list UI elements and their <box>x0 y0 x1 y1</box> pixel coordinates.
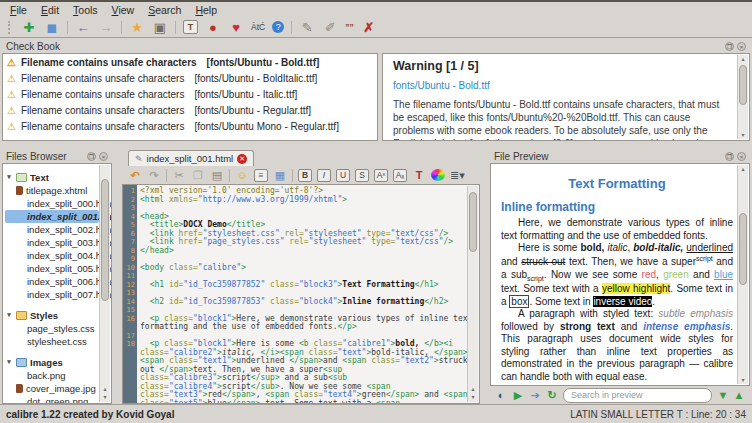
file-item[interactable]: index_split_004.html <box>5 249 99 262</box>
float-panel-icon[interactable]: ❐ <box>725 42 734 51</box>
italic-icon[interactable]: I <box>317 169 331 182</box>
remove-unused-files-icon[interactable]: ✗ <box>361 20 377 35</box>
check-item[interactable]: ⚠Filename contains unsafe characters[fon… <box>3 54 377 70</box>
code-line[interactable]: 3 <box>123 204 479 213</box>
check-item[interactable]: ⚠Filename contains unsafe characters[fon… <box>3 118 377 134</box>
color-wheel-icon[interactable] <box>431 169 445 181</box>
code-line[interactable]: 16 <p class="block1">Here, we demonstrat… <box>123 315 479 332</box>
file-item[interactable]: index_split_000.html <box>5 197 99 210</box>
preview-scrollbar[interactable]: ▴ ▾ <box>737 165 748 384</box>
file-item[interactable]: index_split_005.html <box>5 262 99 275</box>
file-item[interactable]: back.png <box>5 369 99 382</box>
help-icon[interactable]: ? <box>272 21 284 33</box>
bug-icon[interactable]: ● <box>205 20 221 35</box>
superscript-icon[interactable]: Aˣ <box>374 169 388 182</box>
back-icon[interactable]: ← <box>75 20 91 35</box>
beautify-icon[interactable]: ✎ <box>299 20 315 35</box>
save-icon[interactable]: ◼ <box>44 20 60 35</box>
splitter-vertical[interactable] <box>115 150 119 404</box>
find-previous-icon[interactable]: ▲ <box>732 389 746 402</box>
warning-file-link[interactable]: fonts/Ubuntu - Bold.ttf <box>393 80 733 91</box>
warning-scrollbar[interactable]: ▴ ▾ <box>737 55 748 139</box>
smiley-icon[interactable]: ☺ <box>235 169 249 182</box>
files-scrollbar[interactable]: ▴ ▾ <box>99 165 110 402</box>
styles-menu-icon[interactable]: ≣▾ <box>450 169 464 182</box>
close-panel-icon[interactable]: × <box>737 42 746 51</box>
toolbar-grip[interactable] <box>8 21 12 34</box>
text-color-icon[interactable]: T <box>412 169 426 182</box>
code-line[interactable]: 8</head> <box>123 247 479 256</box>
paste-icon[interactable]: ▤ <box>210 169 224 182</box>
collapse-arrow-icon[interactable]: ▾ <box>5 173 13 181</box>
float-panel-icon[interactable]: ❐ <box>87 152 96 161</box>
file-item[interactable]: index_split_002.html <box>5 223 99 236</box>
run-icon[interactable]: ▶ <box>511 389 525 402</box>
copy-icon[interactable]: ❐ <box>191 169 205 182</box>
scroll-down-icon[interactable]: ▾ <box>738 376 748 384</box>
menu-help[interactable]: Help <box>188 3 224 17</box>
file-item[interactable]: index_split_006.html <box>5 275 99 288</box>
tab-close-icon[interactable]: ✕ <box>237 154 247 164</box>
scroll-up-icon[interactable]: ▴ <box>100 385 110 393</box>
undo-icon[interactable]: ↶ <box>128 169 142 182</box>
file-item[interactable]: index_split_007.html <box>5 288 99 301</box>
scroll-down-icon[interactable]: ▾ <box>468 393 478 401</box>
menu-file[interactable]: File <box>3 3 34 17</box>
underline-icon[interactable]: U <box>336 169 350 182</box>
subscript-icon[interactable]: Aₓ <box>393 169 407 182</box>
menu-tools[interactable]: Tools <box>66 3 105 17</box>
menu-search[interactable]: Search <box>141 3 188 17</box>
find-next-icon[interactable]: ▼ <box>716 389 730 402</box>
tree-section-text[interactable]: ▾Text <box>5 170 99 184</box>
file-item[interactable]: index_split_003.html <box>5 236 99 249</box>
wand-icon[interactable]: ★ <box>129 20 145 35</box>
check-item[interactable]: ⚠Filename contains unsafe characters[fon… <box>3 70 377 86</box>
code-line[interactable]: 18 <p class="block1">Here is some <b cla… <box>123 340 479 403</box>
forward-icon[interactable]: → <box>98 20 114 35</box>
tree-section-styles[interactable]: ▾Styles <box>5 308 99 322</box>
tree-section-images[interactable]: ▾Images <box>5 355 99 369</box>
check-item[interactable]: ⚠Filename contains unsafe characters[fon… <box>3 102 377 118</box>
bold-icon[interactable]: B <box>298 169 312 182</box>
code-line[interactable]: 2<html xmlns="http://www.w3.org/1999/xht… <box>123 196 479 205</box>
scroll-up-icon[interactable]: ▴ <box>738 165 748 173</box>
refresh-icon[interactable]: ↻ <box>545 389 559 402</box>
splitter-horizontal[interactable] <box>0 141 752 150</box>
new-file-icon[interactable]: ✚ <box>21 20 37 35</box>
special-characters-icon[interactable]: ÀtĆ <box>251 20 265 35</box>
scroll-down-icon[interactable]: ▾ <box>100 393 110 401</box>
strikethrough-icon[interactable]: S <box>355 169 369 182</box>
stamp-icon[interactable]: ✐ <box>322 20 338 35</box>
file-item[interactable]: page_styles.css <box>5 322 99 335</box>
file-item[interactable]: index_split_001.html <box>5 210 99 223</box>
inspect-icon[interactable]: ◐ <box>494 389 508 402</box>
tab-index-split-001[interactable]: ✎ index_split_001.html ✕ <box>128 150 254 166</box>
insert-image-icon[interactable]: ▦ <box>273 169 287 182</box>
scroll-up-icon[interactable]: ▴ <box>738 55 748 63</box>
code-area[interactable]: 1<?xml version='1.0' encoding='utf-8'?>2… <box>123 185 479 403</box>
close-panel-icon[interactable]: × <box>737 152 746 161</box>
collapse-arrow-icon[interactable]: ▾ <box>5 358 13 366</box>
speaker-icon[interactable]: ▣ <box>152 20 168 35</box>
file-item[interactable]: cover_image.jpg <box>5 382 99 395</box>
heart-icon[interactable]: ♥ <box>228 20 244 35</box>
insert-block-icon[interactable]: ≡ <box>254 169 268 182</box>
check-item[interactable]: ⚠Filename contains unsafe characters[fon… <box>3 86 377 102</box>
code-line[interactable]: 7 <link href="page_styles.css" rel="styl… <box>123 238 479 247</box>
code-line[interactable]: 10<body class="calibre"> <box>123 264 479 273</box>
file-item[interactable]: dot_green.png <box>5 395 99 404</box>
redo-icon[interactable]: ↷ <box>147 169 161 182</box>
editor-scrollbar[interactable]: ▴ ▾ <box>467 186 478 402</box>
menu-edit[interactable]: Edit <box>34 3 66 17</box>
scroll-up-icon[interactable]: ▴ <box>468 385 478 393</box>
jump-to-position-icon[interactable]: ➔ <box>528 389 542 402</box>
preview-search-input[interactable] <box>563 388 712 403</box>
scroll-down-icon[interactable]: ▾ <box>738 131 748 139</box>
code-line[interactable]: 14 <h2 id="id_Toc359877853" class="block… <box>123 298 479 307</box>
splitter-vertical[interactable] <box>483 150 487 404</box>
smarten-punctuation-icon[interactable]: ”” <box>345 20 354 35</box>
code-editor[interactable]: 1<?xml version='1.0' encoding='utf-8'?>2… <box>122 184 480 404</box>
file-item[interactable]: stylesheet.css <box>5 335 99 348</box>
code-line[interactable]: 12 <h1 id="id_Toc359877852" class="block… <box>123 281 479 290</box>
float-panel-icon[interactable]: ❐ <box>725 152 734 161</box>
